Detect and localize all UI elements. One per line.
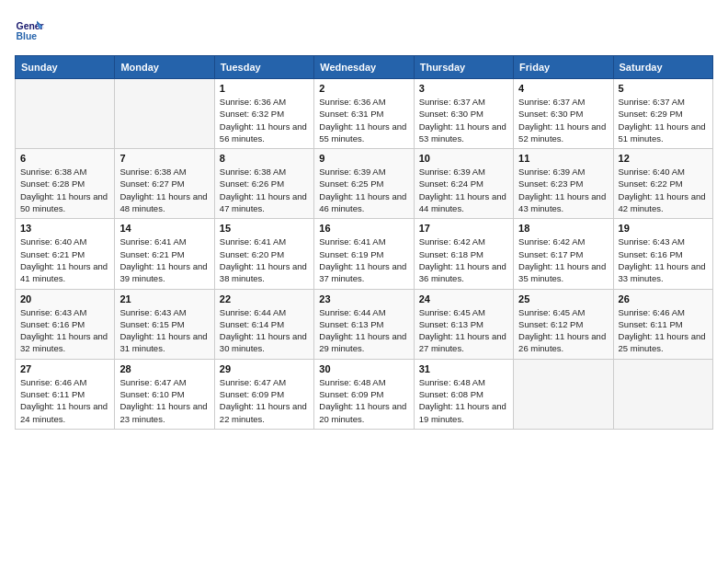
day-info: Sunrise: 6:39 AMSunset: 6:25 PMDaylight:…: [319, 166, 408, 214]
day-info: Sunrise: 6:42 AMSunset: 6:18 PMDaylight:…: [419, 236, 508, 284]
calendar-week-2: 6Sunrise: 6:38 AMSunset: 6:28 PMDaylight…: [16, 149, 713, 219]
weekday-header-saturday: Saturday: [613, 56, 712, 79]
day-number: 27: [20, 363, 109, 374]
calendar-cell: 10Sunrise: 6:39 AMSunset: 6:24 PMDayligh…: [414, 149, 513, 219]
calendar-cell: 24Sunrise: 6:45 AMSunset: 6:13 PMDayligh…: [414, 289, 513, 359]
day-info: Sunrise: 6:41 AMSunset: 6:19 PMDaylight:…: [319, 236, 408, 284]
day-info: Sunrise: 6:39 AMSunset: 6:24 PMDaylight:…: [419, 166, 508, 214]
day-info: Sunrise: 6:44 AMSunset: 6:13 PMDaylight:…: [319, 306, 408, 355]
logo-icon: General Blue: [15, 15, 44, 44]
day-info: Sunrise: 6:48 AMSunset: 6:09 PMDaylight:…: [319, 376, 408, 425]
day-info: Sunrise: 6:47 AMSunset: 6:09 PMDaylight:…: [220, 376, 309, 425]
weekday-header-sunday: Sunday: [16, 56, 115, 79]
day-number: 18: [518, 223, 608, 234]
day-number: 16: [319, 223, 408, 234]
calendar-cell: 5Sunrise: 6:37 AMSunset: 6:29 PMDaylight…: [613, 79, 712, 149]
calendar-cell: [514, 359, 613, 429]
svg-text:Blue: Blue: [17, 31, 38, 41]
calendar-header-row: SundayMondayTuesdayWednesdayThursdayFrid…: [16, 56, 713, 79]
day-info: Sunrise: 6:46 AMSunset: 6:11 PMDaylight:…: [20, 376, 109, 425]
day-number: 28: [119, 363, 209, 374]
day-info: Sunrise: 6:44 AMSunset: 6:14 PMDaylight:…: [220, 306, 309, 355]
day-number: 15: [220, 223, 309, 234]
day-info: Sunrise: 6:46 AMSunset: 6:11 PMDaylight:…: [619, 306, 708, 355]
day-number: 2: [319, 83, 408, 94]
day-info: Sunrise: 6:38 AMSunset: 6:28 PMDaylight:…: [20, 166, 109, 214]
day-info: Sunrise: 6:38 AMSunset: 6:26 PMDaylight:…: [220, 166, 309, 214]
day-number: 7: [119, 153, 209, 164]
day-number: 8: [220, 153, 309, 164]
calendar-table: SundayMondayTuesdayWednesdayThursdayFrid…: [15, 55, 713, 430]
calendar-cell: [613, 359, 712, 429]
calendar-cell: 9Sunrise: 6:39 AMSunset: 6:25 PMDaylight…: [314, 149, 414, 219]
calendar-cell: 31Sunrise: 6:48 AMSunset: 6:08 PMDayligh…: [414, 359, 513, 429]
day-number: 19: [619, 223, 708, 234]
day-info: Sunrise: 6:36 AMSunset: 6:31 PMDaylight:…: [319, 96, 408, 144]
day-info: Sunrise: 6:37 AMSunset: 6:30 PMDaylight:…: [518, 96, 608, 144]
day-info: Sunrise: 6:37 AMSunset: 6:30 PMDaylight:…: [419, 96, 508, 144]
calendar-cell: [115, 79, 214, 149]
day-number: 22: [220, 293, 309, 304]
day-info: Sunrise: 6:45 AMSunset: 6:13 PMDaylight:…: [419, 306, 508, 355]
calendar-week-3: 13Sunrise: 6:40 AMSunset: 6:21 PMDayligh…: [16, 219, 713, 289]
day-info: Sunrise: 6:36 AMSunset: 6:32 PMDaylight:…: [220, 96, 309, 144]
day-number: 4: [518, 83, 608, 94]
day-info: Sunrise: 6:40 AMSunset: 6:21 PMDaylight:…: [20, 236, 109, 284]
calendar-cell: 14Sunrise: 6:41 AMSunset: 6:21 PMDayligh…: [115, 219, 214, 289]
calendar-cell: 4Sunrise: 6:37 AMSunset: 6:30 PMDaylight…: [514, 79, 613, 149]
calendar-cell: 23Sunrise: 6:44 AMSunset: 6:13 PMDayligh…: [314, 289, 414, 359]
day-number: 29: [220, 363, 309, 374]
calendar-cell: 18Sunrise: 6:42 AMSunset: 6:17 PMDayligh…: [514, 219, 613, 289]
logo: General Blue: [15, 15, 48, 44]
page-header: General Blue: [15, 15, 713, 44]
weekday-header-tuesday: Tuesday: [214, 56, 313, 79]
day-info: Sunrise: 6:41 AMSunset: 6:21 PMDaylight:…: [119, 236, 209, 284]
day-number: 5: [619, 83, 708, 94]
day-info: Sunrise: 6:47 AMSunset: 6:10 PMDaylight:…: [119, 376, 209, 425]
day-number: 12: [619, 153, 708, 164]
calendar-cell: [16, 79, 115, 149]
day-number: 31: [419, 363, 508, 374]
calendar-cell: 25Sunrise: 6:45 AMSunset: 6:12 PMDayligh…: [514, 289, 613, 359]
calendar-week-1: 1Sunrise: 6:36 AMSunset: 6:32 PMDaylight…: [16, 79, 713, 149]
calendar-cell: 2Sunrise: 6:36 AMSunset: 6:31 PMDaylight…: [314, 79, 414, 149]
calendar-week-5: 27Sunrise: 6:46 AMSunset: 6:11 PMDayligh…: [16, 359, 713, 429]
calendar-cell: 20Sunrise: 6:43 AMSunset: 6:16 PMDayligh…: [16, 289, 115, 359]
day-info: Sunrise: 6:38 AMSunset: 6:27 PMDaylight:…: [119, 166, 209, 214]
day-info: Sunrise: 6:37 AMSunset: 6:29 PMDaylight:…: [619, 96, 708, 144]
day-number: 30: [319, 363, 408, 374]
calendar-cell: 19Sunrise: 6:43 AMSunset: 6:16 PMDayligh…: [613, 219, 712, 289]
day-number: 17: [419, 223, 508, 234]
day-info: Sunrise: 6:40 AMSunset: 6:22 PMDaylight:…: [619, 166, 708, 214]
calendar-cell: 3Sunrise: 6:37 AMSunset: 6:30 PMDaylight…: [414, 79, 513, 149]
day-info: Sunrise: 6:45 AMSunset: 6:12 PMDaylight:…: [518, 306, 608, 355]
day-info: Sunrise: 6:43 AMSunset: 6:16 PMDaylight:…: [20, 306, 109, 355]
day-info: Sunrise: 6:43 AMSunset: 6:16 PMDaylight:…: [619, 236, 708, 284]
day-number: 24: [419, 293, 508, 304]
calendar-cell: 30Sunrise: 6:48 AMSunset: 6:09 PMDayligh…: [314, 359, 414, 429]
calendar-cell: 15Sunrise: 6:41 AMSunset: 6:20 PMDayligh…: [214, 219, 313, 289]
calendar-cell: 17Sunrise: 6:42 AMSunset: 6:18 PMDayligh…: [414, 219, 513, 289]
day-info: Sunrise: 6:43 AMSunset: 6:15 PMDaylight:…: [119, 306, 209, 355]
day-number: 9: [319, 153, 408, 164]
day-number: 1: [220, 83, 309, 94]
weekday-header-wednesday: Wednesday: [314, 56, 414, 79]
day-info: Sunrise: 6:39 AMSunset: 6:23 PMDaylight:…: [518, 166, 608, 214]
calendar-cell: 27Sunrise: 6:46 AMSunset: 6:11 PMDayligh…: [16, 359, 115, 429]
day-number: 11: [518, 153, 608, 164]
day-number: 25: [518, 293, 608, 304]
day-number: 6: [20, 153, 109, 164]
calendar-cell: 28Sunrise: 6:47 AMSunset: 6:10 PMDayligh…: [115, 359, 214, 429]
weekday-header-thursday: Thursday: [414, 56, 513, 79]
day-info: Sunrise: 6:41 AMSunset: 6:20 PMDaylight:…: [220, 236, 309, 284]
day-number: 10: [419, 153, 508, 164]
calendar-week-4: 20Sunrise: 6:43 AMSunset: 6:16 PMDayligh…: [16, 289, 713, 359]
calendar-cell: 11Sunrise: 6:39 AMSunset: 6:23 PMDayligh…: [514, 149, 613, 219]
day-number: 3: [419, 83, 508, 94]
calendar-cell: 12Sunrise: 6:40 AMSunset: 6:22 PMDayligh…: [613, 149, 712, 219]
calendar-cell: 29Sunrise: 6:47 AMSunset: 6:09 PMDayligh…: [214, 359, 313, 429]
day-info: Sunrise: 6:42 AMSunset: 6:17 PMDaylight:…: [518, 236, 608, 284]
weekday-header-friday: Friday: [514, 56, 613, 79]
calendar-cell: 16Sunrise: 6:41 AMSunset: 6:19 PMDayligh…: [314, 219, 414, 289]
weekday-header-monday: Monday: [115, 56, 214, 79]
